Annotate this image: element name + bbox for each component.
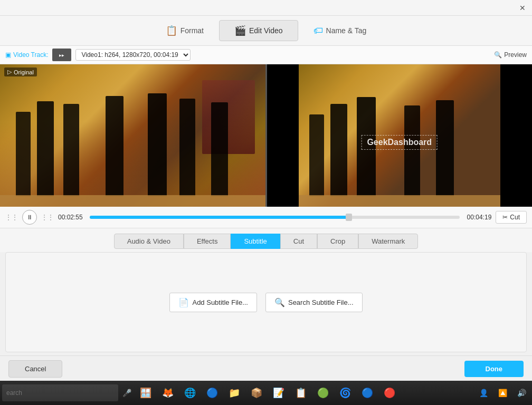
tab-format-label: Format bbox=[180, 26, 204, 35]
scissors-icon: ✂ bbox=[502, 214, 508, 221]
taskbar-icon-filezilla[interactable]: 📦 bbox=[246, 383, 267, 403]
taskbar-mic-icon[interactable]: 🎤 bbox=[119, 384, 134, 401]
name-tag-icon: 🏷 bbox=[314, 25, 323, 36]
format-icon: 📋 bbox=[166, 25, 177, 36]
add-subtitle-button[interactable]: 📄 Add Subtitle File... bbox=[169, 293, 257, 312]
tab-effects[interactable]: Effects bbox=[184, 234, 231, 249]
video-track-select[interactable]: Video1: h264, 1280x720, 00:04:19 bbox=[75, 49, 191, 61]
time-current: 00:02:55 bbox=[58, 214, 86, 221]
tab-format[interactable]: 📋 Format bbox=[150, 20, 219, 41]
video-track-label: ▣ Video Track: bbox=[5, 51, 48, 59]
taskbar: 🎤 🪟 🦊 🌐 🔵 📁 📦 📝 📋 🟢 🌀 🔵 🔴 👤 🔼 🔊 bbox=[0, 381, 532, 405]
taskbar-icon-mail[interactable]: 🔵 bbox=[202, 383, 223, 403]
taskbar-icon-utorrent[interactable]: 🟢 bbox=[312, 383, 334, 403]
preview-button[interactable]: 🔍 Preview bbox=[494, 51, 527, 59]
tab-name-tag[interactable]: 🏷 Name & Tag bbox=[298, 21, 382, 41]
video-track-icon: ▣ bbox=[5, 51, 11, 59]
taskbar-people-icon[interactable]: 👤 bbox=[475, 383, 492, 403]
taskbar-icon-app2[interactable]: 🔴 bbox=[379, 383, 400, 403]
progress-bar[interactable] bbox=[90, 216, 460, 219]
tab-audio-video[interactable]: Audio & Video bbox=[114, 234, 184, 249]
preview-search-icon: 🔍 bbox=[494, 51, 502, 59]
taskbar-icon-mail2[interactable]: 🌀 bbox=[335, 383, 356, 403]
done-button[interactable]: Done bbox=[464, 361, 524, 377]
video-thumbnail: ▶▶ bbox=[52, 49, 71, 61]
progress-fill bbox=[90, 216, 349, 219]
tab-cut[interactable]: Cut bbox=[280, 234, 317, 249]
original-label: ▷ Original bbox=[4, 68, 37, 76]
video-track-bar: ▣ Video Track: ▶▶ Video1: h264, 1280x720… bbox=[0, 46, 532, 64]
dots-icon-left: ⋮⋮ bbox=[5, 214, 18, 221]
subtitle-panel: 📄 Add Subtitle File... 🔍 Search Subtitle… bbox=[5, 252, 527, 352]
cancel-button[interactable]: Cancel bbox=[8, 360, 62, 378]
title-bar: ✕ bbox=[0, 0, 532, 16]
edit-video-icon: 🎬 bbox=[234, 25, 246, 36]
pause-icon: ⏸ bbox=[26, 214, 33, 221]
video-area: ▷ Original GeekDashboard bbox=[0, 64, 532, 207]
taskbar-search[interactable] bbox=[2, 384, 118, 401]
cut-button[interactable]: ✂ Cut bbox=[496, 211, 527, 224]
pause-button[interactable]: ⏸ bbox=[22, 210, 37, 225]
time-total: 00:04:19 bbox=[464, 214, 491, 221]
tab-edit-video-label: Edit Video bbox=[249, 26, 283, 35]
add-subtitle-icon: 📄 bbox=[178, 297, 189, 307]
taskbar-volume-icon[interactable]: 🔊 bbox=[513, 383, 530, 403]
bottom-action-bar: Cancel Done bbox=[0, 355, 532, 382]
tab-edit-video[interactable]: 🎬 Edit Video bbox=[219, 20, 298, 41]
close-button[interactable]: ✕ bbox=[517, 3, 528, 13]
tab-watermark[interactable]: Watermark bbox=[358, 234, 418, 249]
taskbar-icon-windows[interactable]: 🪟 bbox=[135, 383, 156, 403]
progress-thumb[interactable] bbox=[346, 214, 352, 221]
playback-bar: ⋮⋮ ⏸ ⋮⋮ 00:02:55 00:04:19 ✂ Cut bbox=[0, 207, 532, 228]
taskbar-icon-app1[interactable]: 🔵 bbox=[357, 383, 378, 403]
video-panel-preview: GeekDashboard bbox=[267, 64, 533, 207]
taskbar-icon-firefox[interactable]: 🦊 bbox=[157, 383, 178, 403]
edit-tabs: Audio & Video Effects Subtitle Cut Crop … bbox=[0, 228, 532, 252]
taskbar-icon-folder[interactable]: 📁 bbox=[224, 383, 245, 403]
taskbar-icon-word[interactable]: 📝 bbox=[268, 383, 289, 403]
search-subtitle-icon: 🔍 bbox=[274, 297, 285, 307]
tab-crop[interactable]: Crop bbox=[317, 234, 358, 249]
watermark-text: GeekDashboard bbox=[361, 135, 438, 150]
video-panel-original: ▷ Original bbox=[0, 64, 267, 207]
tab-name-tag-label: Name & Tag bbox=[326, 26, 367, 35]
taskbar-arrow-icon[interactable]: 🔼 bbox=[494, 383, 511, 403]
taskbar-icon-edge[interactable]: 🌐 bbox=[179, 383, 201, 403]
dots-icon-right: ⋮⋮ bbox=[41, 214, 54, 221]
taskbar-icon-todoist[interactable]: 📋 bbox=[290, 383, 311, 403]
top-navigation: 📋 Format 🎬 Edit Video 🏷 Name & Tag bbox=[0, 16, 532, 46]
tab-subtitle[interactable]: Subtitle bbox=[231, 234, 280, 249]
taskbar-right: 👤 🔼 🔊 bbox=[475, 383, 530, 403]
search-subtitle-button[interactable]: 🔍 Search Subtitle File... bbox=[265, 293, 363, 312]
